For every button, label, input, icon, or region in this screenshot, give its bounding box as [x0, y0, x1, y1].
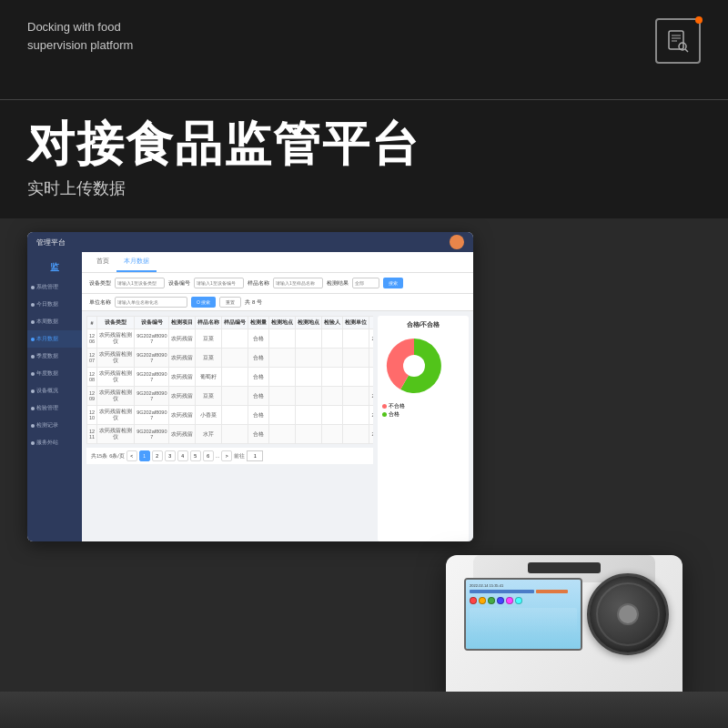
screen-graph — [470, 608, 577, 635]
sidebar-item-quarter[interactable]: 季度数据 — [27, 348, 82, 365]
machine-body: 2022-02-14 15:35:41 — [446, 537, 682, 701]
total-count: 共15条 — [91, 453, 107, 460]
legend-fail-dot — [382, 404, 387, 409]
page-btn-5[interactable]: 5 — [190, 450, 201, 461]
machine-disk-ring — [596, 582, 660, 646]
screen-circle-2 — [479, 597, 486, 604]
machine-disk — [587, 573, 669, 655]
header-title-line1: Docking with food — [27, 18, 133, 36]
sidebar-item-system[interactable]: 系统管理 — [27, 278, 82, 296]
table-row: 1211 农药残留检测仪 9G202af80907 农药残留 水芹 合格 — [87, 425, 374, 444]
screen-circle-3 — [488, 597, 495, 604]
page-btn-3[interactable]: 3 — [165, 450, 176, 461]
filter-row: 设备类型 设备编号 样品名称 检测结果 搜索 — [82, 273, 473, 294]
table-row: 1209 农药残留检测仪 9G202af80907 农药残留 豆菜 合格 — [87, 387, 374, 406]
svg-line-5 — [685, 49, 688, 52]
dashboard-topbar: 管理平台 — [27, 232, 473, 252]
page-btn-4[interactable]: 4 — [177, 450, 188, 461]
unit-reset-button[interactable]: 重置 — [219, 297, 241, 308]
filter-input-result[interactable] — [352, 278, 379, 288]
col-sample-name: 样品名称 — [196, 317, 222, 329]
svg-point-6 — [403, 355, 425, 377]
unit-search-button[interactable]: O 搜索 — [191, 297, 216, 308]
screen-bar-2 — [536, 590, 568, 593]
dashboard-tabs: 首页 本月数据 — [82, 252, 473, 273]
filter-label-type: 设备类型 — [89, 279, 111, 288]
sidebar-item-week[interactable]: 本周数据 — [27, 313, 82, 330]
filter-input-sample[interactable] — [273, 278, 323, 288]
document-search-icon[interactable] — [655, 18, 701, 64]
header-title-line2: supervision platform — [27, 36, 133, 55]
pagination: 共15条 6条/页 < 1 2 3 4 5 6 ... > 前往 — [86, 448, 373, 464]
dashboard-main: 首页 本月数据 设备类型 设备编号 样品名称 检测结果 搜索 — [82, 252, 473, 541]
hero-subtitle: 实时上传数据 — [27, 177, 701, 199]
unit-filter-row: 单位名称 O 搜索 重置 共 8 号 — [82, 294, 473, 311]
pie-chart — [382, 334, 446, 398]
tab-home[interactable]: 首页 — [89, 252, 116, 272]
page-btn-6[interactable]: 6 — [203, 450, 214, 461]
chart-title: 合格/不合格 — [382, 320, 464, 329]
sidebar-item-service[interactable]: 服务外站 — [27, 434, 82, 451]
col-test-item: 检测项目 — [169, 317, 196, 329]
table-row: 1207 农药残留检测仪 9G202af80907 农药残留 豆菜 合格 — [87, 349, 374, 368]
hero-title: 对接食品监管平台 — [27, 118, 701, 170]
unit-label: 单位名称 — [89, 298, 111, 307]
screen-content: 2022-02-14 15:35:41 — [466, 580, 581, 649]
col-date: 检测日期 — [369, 317, 373, 329]
filter-input-id[interactable] — [194, 278, 244, 288]
dashboard-body: 监 系统管理 今日数据 本周数据 本月数据 — [27, 252, 473, 541]
notification-dot — [695, 16, 703, 24]
top-header: Docking with food supervision platform — [0, 0, 728, 100]
table-row: 1206 农药残留检测仪 9G202af80907 农药残留 豆菜 合格 — [87, 329, 374, 349]
dashboard-topbar-title: 管理平台 — [36, 238, 66, 248]
sidebar-item-year[interactable]: 年度数据 — [27, 365, 82, 382]
main-content: 管理平台 监 系统管理 今日数据 本周数据 — [0, 218, 728, 728]
table-row: 1208 农药残留检测仪 9G202af80907 农药残留 葡萄籽 合格 — [87, 368, 374, 387]
machine-main-body: 2022-02-14 15:35:41 — [446, 555, 682, 701]
screen-circle-5 — [506, 597, 513, 604]
filter-label-sample: 样品名称 — [248, 279, 269, 288]
filter-input-type[interactable] — [115, 278, 165, 288]
tab-monthly[interactable]: 本月数据 — [116, 252, 157, 272]
col-test-amount: 检测量 — [248, 317, 269, 329]
next-page-btn[interactable]: > — [221, 450, 232, 461]
dashboard-sidebar: 监 系统管理 今日数据 本周数据 本月数据 — [27, 252, 82, 541]
table-header-row: # 设备类型 设备编号 检测项目 样品名称 样品编号 检测量 检测地点 检测地点 — [87, 317, 374, 329]
legend-fail-label: 不合格 — [389, 403, 405, 410]
ground-surface — [0, 692, 728, 728]
col-num: # — [87, 317, 97, 329]
search-button[interactable]: 搜索 — [383, 278, 403, 288]
user-avatar — [450, 235, 464, 249]
screen-bar-1 — [470, 590, 534, 593]
screen-circle-6 — [515, 597, 522, 604]
col-location: 检测地点 — [269, 317, 296, 329]
sidebar-item-today[interactable]: 今日数据 — [27, 296, 82, 313]
col-device-type: 设备类型 — [97, 317, 135, 329]
sidebar-item-inspect[interactable]: 检验管理 — [27, 399, 82, 417]
prev-page-btn[interactable]: < — [126, 450, 137, 461]
col-inspector: 检验人 — [322, 317, 343, 329]
per-page: 6条/页 — [109, 453, 125, 460]
page-btn-2[interactable]: 2 — [152, 450, 163, 461]
filter-label-result: 检测结果 — [327, 279, 349, 288]
sidebar-item-record[interactable]: 检测记录 — [27, 417, 82, 434]
machine-screen: 2022-02-14 15:35:41 — [464, 578, 582, 651]
sidebar-item-device[interactable]: 设备概况 — [27, 382, 82, 399]
svg-rect-0 — [669, 31, 683, 49]
machine-slot — [528, 562, 601, 573]
result-count: 共 8 号 — [245, 298, 262, 307]
col-unit: 检测单位 — [343, 317, 369, 329]
filter-label-id: 设备编号 — [168, 279, 190, 288]
col-device-id: 设备编号 — [135, 317, 169, 329]
col-location2: 检测地点 — [296, 317, 322, 329]
page-btn-1[interactable]: 1 — [139, 450, 150, 461]
unit-input[interactable] — [115, 297, 187, 308]
jump-label: 前往 — [234, 453, 245, 460]
screen-circle-1 — [470, 597, 477, 604]
legend-pass-label: 合格 — [389, 411, 399, 418]
table-row: 1210 农药残留检测仪 9G202af80907 农药残留 小香菜 合格 — [87, 406, 374, 425]
sidebar-item-month[interactable]: 本月数据 — [27, 330, 82, 348]
legend-pass: 合格 — [382, 411, 464, 418]
jump-input[interactable] — [247, 450, 263, 461]
screen-circle-4 — [497, 597, 504, 604]
